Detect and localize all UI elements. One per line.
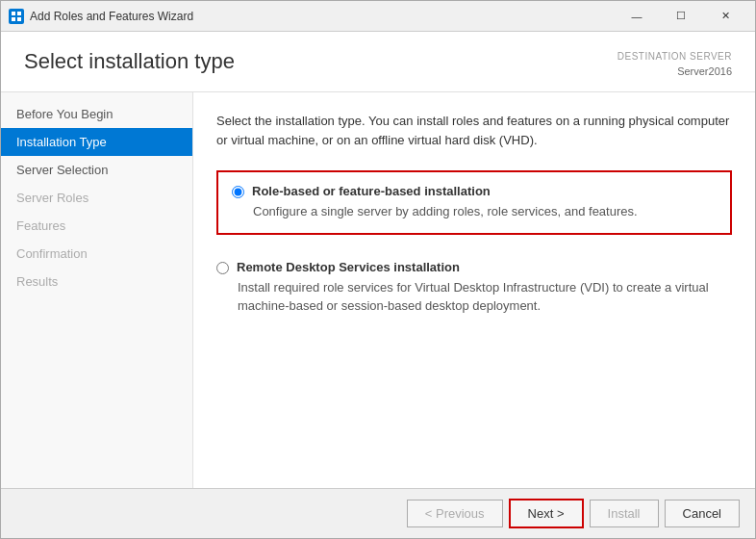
main-layout: Before You Begin Installation Type Serve… [1,92,755,489]
svg-rect-2 [12,17,15,21]
sidebar-item-before-you-begin[interactable]: Before You Begin [1,100,192,128]
sidebar-item-features: Features [1,212,192,240]
previous-button[interactable]: < Previous [407,500,503,527]
option-role-based-label: Role-based or feature-based installation [252,184,491,198]
option-role-based-row: Role-based or feature-based installation [232,184,717,198]
window-controls: — ☐ ✕ [615,1,747,32]
radio-role-based[interactable] [232,186,244,198]
app-icon [9,9,24,24]
svg-rect-3 [17,17,21,21]
option-remote-desktop-label: Remote Desktop Services installation [237,260,460,274]
install-button[interactable]: Install [590,500,659,527]
sidebar-item-installation-type[interactable]: Installation Type [1,128,192,156]
next-button[interactable]: Next > [509,499,584,528]
maximize-button[interactable]: ☐ [659,1,703,32]
sidebar-item-results: Results [1,268,192,295]
destination-value: Server2016 [617,64,732,80]
close-button[interactable]: ✕ [703,1,747,32]
destination-server-info: DESTINATION SERVER Server2016 [617,49,732,80]
option-remote-desktop-box: Remote Desktop Services installation Ins… [216,250,732,325]
option-role-based-desc: Configure a single server by adding role… [253,202,717,221]
description-text: Select the installation type. You can in… [216,112,732,152]
window-title: Add Roles and Features Wizard [30,10,615,23]
minimize-button[interactable]: — [615,1,659,32]
svg-rect-0 [12,12,15,15]
titlebar: Add Roles and Features Wizard — ☐ ✕ [1,1,755,32]
svg-rect-1 [17,12,21,15]
wizard-window: Add Roles and Features Wizard — ☐ ✕ Sele… [0,0,756,539]
cancel-button[interactable]: Cancel [665,500,740,527]
sidebar-item-server-roles: Server Roles [1,184,192,212]
page-title: Select installation type [24,49,235,74]
destination-label: DESTINATION SERVER [617,49,732,64]
option-remote-desktop-row: Remote Desktop Services installation [216,260,732,274]
sidebar-item-confirmation: Confirmation [1,240,192,268]
option-role-based-box: Role-based or feature-based installation… [216,170,732,235]
page-header: Select installation type DESTINATION SER… [1,32,755,92]
sidebar-item-server-selection[interactable]: Server Selection [1,156,192,184]
main-content: Select the installation type. You can in… [193,92,755,489]
option-remote-desktop-desc: Install required role services for Virtu… [238,278,732,316]
footer: < Previous Next > Install Cancel [1,488,755,538]
radio-remote-desktop[interactable] [216,262,229,274]
sidebar: Before You Begin Installation Type Serve… [1,92,193,489]
